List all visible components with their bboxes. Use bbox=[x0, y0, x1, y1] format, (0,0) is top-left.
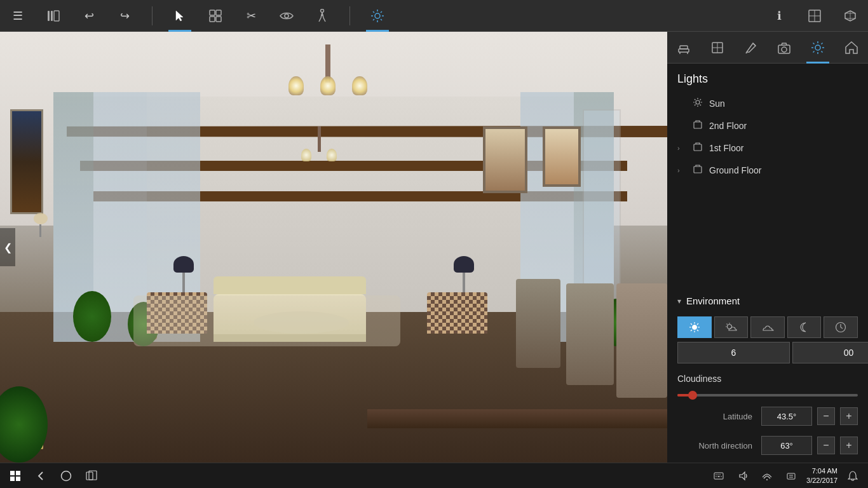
1st-floor-light-icon bbox=[693, 142, 703, 154]
svg-point-30 bbox=[815, 45, 820, 50]
svg-point-29 bbox=[782, 47, 787, 52]
wall-lamp-shade bbox=[34, 213, 48, 224]
sun-light-item[interactable]: Sun bbox=[667, 92, 868, 114]
north-direction-input[interactable] bbox=[761, 436, 812, 455]
sofa-back bbox=[214, 276, 366, 294]
layout-icon[interactable] bbox=[803, 4, 826, 27]
lights-spacer bbox=[667, 181, 868, 283]
redo-icon[interactable]: ↪ bbox=[113, 4, 136, 27]
volume-icon[interactable] bbox=[733, 466, 753, 486]
clock-time-button[interactable] bbox=[824, 316, 858, 338]
taskbar-clock: 7:04 AM 3/22/2017 bbox=[806, 466, 837, 485]
light-panel-icon[interactable] bbox=[806, 36, 829, 59]
task-view-button[interactable] bbox=[81, 466, 102, 486]
camera-panel-icon[interactable] bbox=[773, 36, 796, 59]
1st-floor-light-item[interactable]: › 1st Floor bbox=[667, 137, 868, 159]
north-direction-row: North direction − + bbox=[667, 431, 868, 460]
top-toolbar: ☰ ↩ ↪ ✂ bbox=[0, 0, 868, 32]
back-button[interactable] bbox=[31, 466, 51, 486]
clock-date: 3/22/2017 bbox=[806, 476, 837, 485]
svg-line-57 bbox=[697, 330, 698, 331]
latitude-decrease-button[interactable]: − bbox=[817, 407, 835, 425]
dining-table bbox=[367, 409, 668, 428]
cloudiness-slider-thumb[interactable] bbox=[688, 391, 697, 400]
select-icon[interactable] bbox=[168, 4, 191, 27]
ground-floor-light-item[interactable]: › Ground Floor bbox=[667, 159, 868, 181]
sep1 bbox=[152, 6, 153, 25]
paint-panel-icon[interactable] bbox=[740, 36, 763, 59]
lights-title: Lights bbox=[667, 64, 868, 92]
night-button[interactable] bbox=[787, 316, 822, 338]
taskbar: 7:04 AM 3/22/2017 bbox=[0, 463, 868, 488]
latitude-row: Latitude − + bbox=[667, 402, 868, 431]
scissors-icon[interactable]: ✂ bbox=[240, 4, 262, 27]
dining-chair-1 bbox=[616, 283, 667, 398]
artwork-right-1 bbox=[483, 126, 527, 193]
front-plant bbox=[0, 418, 48, 463]
svg-line-56 bbox=[691, 323, 692, 325]
svg-rect-6 bbox=[216, 17, 221, 22]
svg-line-47 bbox=[695, 105, 696, 106]
build-panel-icon[interactable] bbox=[706, 36, 729, 59]
sun-toolbar-icon[interactable] bbox=[366, 4, 389, 27]
main-area: ❮ bbox=[0, 32, 868, 463]
search-circle-button[interactable] bbox=[56, 466, 76, 486]
svg-rect-69 bbox=[10, 477, 15, 481]
svg-line-16 bbox=[381, 11, 382, 13]
menu-icon[interactable]: ☰ bbox=[6, 4, 29, 27]
tray-keyboard-icon[interactable] bbox=[709, 466, 729, 486]
svg-rect-50 bbox=[694, 166, 702, 173]
cloudy-button[interactable] bbox=[750, 316, 785, 338]
taskbar-sys-icons bbox=[709, 466, 801, 486]
chair-right bbox=[427, 292, 487, 334]
north-decrease-button[interactable]: − bbox=[817, 437, 835, 454]
viewport[interactable]: ❮ bbox=[0, 32, 667, 463]
notification-button[interactable] bbox=[843, 466, 863, 486]
cloudiness-slider-row bbox=[667, 386, 868, 402]
network-icon[interactable] bbox=[757, 466, 777, 486]
svg-line-44 bbox=[695, 99, 696, 100]
info-icon[interactable]: ℹ bbox=[768, 4, 790, 27]
dining-chair-2 bbox=[566, 283, 614, 385]
start-button[interactable] bbox=[5, 466, 25, 486]
chandelier-2-bulb-2 bbox=[327, 149, 337, 161]
partly-cloudy-button[interactable] bbox=[714, 316, 749, 338]
right-panel: Lights Sun bbox=[667, 32, 868, 463]
furniture-panel-icon[interactable] bbox=[672, 36, 695, 59]
svg-rect-72 bbox=[86, 472, 93, 480]
eye-icon[interactable] bbox=[275, 4, 298, 27]
svg-rect-22 bbox=[680, 46, 688, 49]
minute-input[interactable] bbox=[792, 342, 868, 363]
plant-1-leaves bbox=[73, 291, 111, 342]
library-icon[interactable] bbox=[42, 4, 65, 27]
cube-icon[interactable] bbox=[839, 4, 862, 27]
clear-day-button[interactable] bbox=[677, 316, 712, 338]
svg-point-51 bbox=[692, 325, 696, 330]
left-nav-arrow[interactable]: ❮ bbox=[0, 228, 15, 266]
north-increase-button[interactable]: + bbox=[840, 437, 858, 454]
chandelier-2-rod bbox=[318, 126, 321, 152]
svg-point-81 bbox=[766, 479, 768, 480]
latitude-input[interactable] bbox=[761, 407, 812, 426]
grid-icon[interactable] bbox=[204, 4, 227, 27]
undo-icon[interactable]: ↩ bbox=[78, 4, 100, 27]
2nd-floor-label: 2nd Floor bbox=[709, 121, 747, 131]
sun-light-icon bbox=[693, 97, 703, 109]
lamp-shade-left bbox=[173, 256, 194, 273]
env-header[interactable]: ▾ Environment bbox=[667, 289, 868, 313]
svg-line-58 bbox=[697, 323, 698, 325]
house-panel-icon[interactable] bbox=[840, 36, 863, 59]
svg-line-38 bbox=[813, 51, 814, 52]
svg-rect-2 bbox=[54, 11, 59, 21]
env-title: Environment bbox=[686, 295, 740, 306]
walk-icon[interactable] bbox=[311, 4, 334, 27]
input-method-icon[interactable] bbox=[781, 466, 801, 486]
env-chevron: ▾ bbox=[677, 297, 681, 306]
svg-point-71 bbox=[62, 471, 71, 480]
hour-input[interactable] bbox=[677, 342, 790, 363]
latitude-increase-button[interactable]: + bbox=[840, 407, 858, 425]
ground-floor-expand-arrow: › bbox=[677, 166, 686, 174]
2nd-floor-light-item[interactable]: 2nd Floor bbox=[667, 114, 868, 137]
svg-rect-49 bbox=[694, 144, 702, 151]
environment-section: ▾ Environment bbox=[667, 289, 868, 463]
